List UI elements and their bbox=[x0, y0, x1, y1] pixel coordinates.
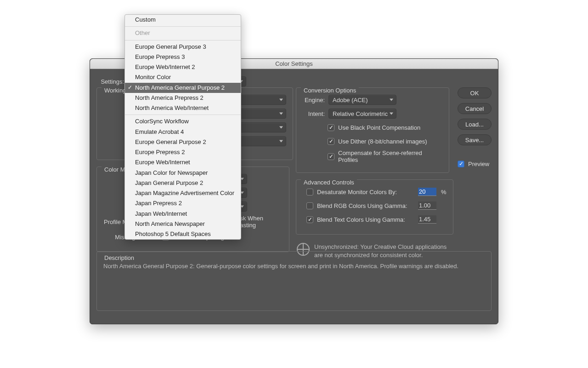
save-button[interactable]: Save... bbox=[458, 134, 492, 145]
preview-checkbox[interactable] bbox=[458, 161, 464, 167]
settings-option[interactable]: Europe Prepress 3 bbox=[125, 52, 241, 62]
settings-option[interactable]: Custom bbox=[125, 15, 241, 25]
description-group: Description North America General Purpos… bbox=[96, 251, 492, 311]
bpc-checkbox[interactable] bbox=[328, 124, 334, 131]
right-column: Conversion Options Engine:Adobe (ACE) In… bbox=[296, 87, 449, 260]
desaturate-label: Desaturate Monitor Colors By: bbox=[317, 189, 418, 196]
settings-option[interactable]: Europe General Purpose 3 bbox=[125, 42, 241, 52]
engine-select[interactable]: Adobe (ACE) bbox=[328, 95, 396, 105]
advanced-controls-group: Advanced Controls Desaturate Monitor Col… bbox=[296, 179, 453, 235]
conversion-options-group: Conversion Options Engine:Adobe (ACE) In… bbox=[296, 87, 449, 173]
dither-checkbox[interactable] bbox=[328, 138, 334, 145]
settings-option[interactable]: Monitor Color bbox=[125, 72, 241, 82]
advanced-legend: Advanced Controls bbox=[301, 179, 357, 186]
settings-option[interactable]: North America Newspaper bbox=[125, 219, 241, 229]
intent-select[interactable]: Relative Colorimetric bbox=[328, 109, 396, 119]
desaturate-checkbox[interactable] bbox=[306, 189, 313, 196]
description-text: North America General Purpose 2: General… bbox=[103, 262, 485, 271]
desaturate-input[interactable]: 20 bbox=[418, 188, 436, 196]
settings-option[interactable]: Japan Color for Newspaper bbox=[125, 168, 241, 178]
rgb-gamma-label: Blend RGB Colors Using Gamma: bbox=[317, 202, 418, 209]
settings-option[interactable]: Japan Web/Internet bbox=[125, 209, 241, 219]
settings-option[interactable]: Japan General Purpose 2 bbox=[125, 178, 241, 188]
settings-label: Settings: bbox=[96, 78, 124, 85]
text-gamma-label: Blend Text Colors Using Gamma: bbox=[317, 216, 418, 223]
settings-option[interactable]: North America Prepress 2 bbox=[125, 93, 241, 103]
preview-label: Preview bbox=[468, 161, 489, 167]
settings-dropdown-popup[interactable]: CustomOtherEurope General Purpose 3Europ… bbox=[124, 14, 241, 240]
desaturate-unit: % bbox=[441, 189, 447, 196]
conversion-legend: Conversion Options bbox=[301, 87, 359, 94]
bpc-label: Use Black Point Compensation bbox=[338, 124, 420, 131]
scene-checkbox[interactable] bbox=[328, 153, 334, 160]
rgb-gamma-input[interactable]: 1.00 bbox=[418, 201, 436, 210]
settings-option[interactable]: Europe Prepress 2 bbox=[125, 147, 241, 157]
settings-option[interactable]: North America General Purpose 2 bbox=[125, 83, 241, 93]
button-column: OK Cancel Load... Save... Preview bbox=[458, 87, 492, 172]
description-area: Description North America General Purpos… bbox=[96, 251, 492, 317]
cancel-button[interactable]: Cancel bbox=[458, 103, 492, 114]
dither-label: Use Dither (8-bit/channel images) bbox=[338, 138, 427, 145]
description-legend: Description bbox=[102, 254, 137, 261]
popup-separator bbox=[125, 26, 241, 27]
ok-button[interactable]: OK bbox=[458, 87, 492, 98]
settings-option[interactable]: Europe Web/Internet bbox=[125, 157, 241, 167]
settings-option[interactable]: Europe Web/Internet 2 bbox=[125, 62, 241, 72]
settings-option: Other bbox=[125, 28, 241, 38]
settings-option[interactable]: North America Web/Internet bbox=[125, 103, 241, 113]
settings-option[interactable]: Photoshop 5 Default Spaces bbox=[125, 229, 241, 239]
intent-label: Intent: bbox=[303, 110, 325, 117]
text-gamma-input[interactable]: 1.45 bbox=[418, 215, 436, 224]
popup-separator bbox=[125, 115, 241, 115]
settings-option[interactable]: Japan Magazine Advertisement Color bbox=[125, 188, 241, 198]
settings-option[interactable]: Emulate Acrobat 4 bbox=[125, 127, 241, 137]
settings-option[interactable]: Japan Prepress 2 bbox=[125, 198, 241, 208]
text-gamma-checkbox[interactable] bbox=[306, 216, 313, 223]
settings-option[interactable]: ColorSync Workflow bbox=[125, 116, 241, 126]
engine-label: Engine: bbox=[303, 97, 325, 104]
load-button[interactable]: Load... bbox=[458, 119, 492, 130]
scene-label: Compensate for Scene-referred Profiles bbox=[338, 150, 442, 163]
settings-option[interactable]: Europe General Purpose 2 bbox=[125, 137, 241, 147]
popup-separator bbox=[125, 40, 241, 40]
rgb-gamma-checkbox[interactable] bbox=[306, 202, 313, 209]
mismatch-paste-label: Ask When Pasting bbox=[236, 215, 283, 229]
